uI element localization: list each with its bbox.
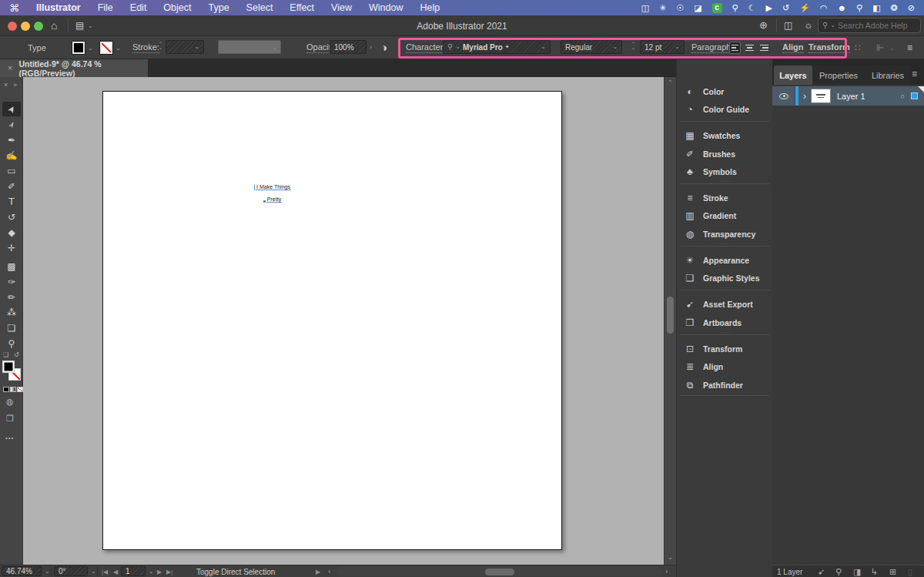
menu-edit[interactable]: Edit (130, 2, 147, 13)
dock-item-color[interactable]: ◐ Color (677, 82, 773, 100)
help-search-box[interactable]: ⚲ ⌄ (818, 18, 921, 33)
scale-tool[interactable]: ✛ (2, 240, 21, 255)
stroke-weight-stepper[interactable]: ⌃ ⌄ (159, 42, 162, 50)
screen-mode-icon[interactable]: ❐ (6, 414, 14, 423)
scroll-right-icon[interactable]: › (665, 568, 668, 575)
dock-item-swatches[interactable]: ▦ Swatches (677, 126, 773, 144)
new-layer-icon[interactable]: ⊞ (889, 567, 896, 577)
apple-menu-icon[interactable]: ⌘ (9, 2, 19, 14)
menu-object[interactable]: Object (163, 2, 191, 13)
menu-help[interactable]: Help (420, 2, 440, 13)
chevron-down-icon[interactable]: ⌄ (116, 45, 121, 52)
previous-artboard-button[interactable]: ◀ (113, 569, 118, 575)
arrange-documents-icon[interactable]: ◫ (784, 21, 792, 30)
first-artboard-button[interactable]: |◀ (102, 569, 108, 575)
chevron-down-icon[interactable]: ⌄ (88, 45, 93, 52)
chevron-down-icon[interactable]: ⌄ (194, 44, 199, 50)
artboard-tool[interactable]: ❏ (2, 320, 21, 335)
pen-tool[interactable]: ✒ (2, 133, 21, 147)
chevron-down-icon[interactable]: ⌄ (675, 44, 680, 50)
align-left-button[interactable] (729, 42, 741, 54)
layer-name[interactable]: Layer 1 (837, 92, 865, 101)
dock-item-asset-export[interactable]: ➹ Asset Export (677, 295, 773, 313)
panel-menu-icon[interactable]: ≡ (912, 69, 917, 79)
dock-item-pathfinder[interactable]: ⧉ Pathfinder (677, 376, 773, 394)
horizontal-scroll-thumb[interactable] (485, 569, 514, 575)
menu-window[interactable]: Window (369, 2, 403, 13)
dock-item-transform[interactable]: ⊡ Transform (677, 340, 773, 357)
dock-item-graphic-styles[interactable]: ❏ Graphic Styles (677, 269, 773, 287)
stepper-down-icon[interactable]: ⌄ (631, 46, 635, 50)
dock-item-stroke[interactable]: ≡ Stroke (677, 189, 773, 206)
dock-item-transparency[interactable]: ◍ Transparency (677, 225, 773, 243)
character-label[interactable]: Character: (406, 42, 445, 53)
tab-libraries[interactable]: Libraries (865, 65, 911, 85)
rotation-field[interactable]: 0° (54, 566, 88, 576)
opacity-field[interactable]: 100% (330, 40, 367, 54)
dock-item-color-guide[interactable]: ◔ Color Guide (677, 100, 773, 118)
dock-item-symbols[interactable]: ♣ Symbols (677, 163, 773, 180)
zoom-tool[interactable]: ⚲ (2, 336, 21, 351)
moon-icon[interactable]: ☾ (748, 4, 756, 12)
magnifier-icon[interactable]: ⚲ (732, 4, 738, 12)
paragraph-label[interactable]: Paragraph: (691, 42, 733, 53)
layer-row[interactable]: › Layer 1 ○ (772, 86, 924, 106)
horizontal-scrollbar[interactable] (337, 567, 662, 576)
dock-item-align[interactable]: ≣ Align (677, 357, 773, 375)
fill-well[interactable] (2, 361, 15, 373)
fill-color-swatch[interactable] (72, 41, 85, 55)
time-machine-icon[interactable]: ↺ (782, 4, 789, 12)
tab-properties[interactable]: Properties (812, 65, 865, 85)
menu-illustrator[interactable]: Illustrator (36, 2, 81, 13)
next-artboard-button[interactable]: ▶ (157, 569, 162, 575)
artboard-number-field[interactable]: 1 (121, 566, 146, 576)
chevron-down-icon[interactable]: ⌄ (91, 569, 96, 575)
chevron-down-icon[interactable]: ⌄ (612, 44, 618, 50)
curvature-tool[interactable]: ✍ (2, 148, 21, 163)
artboard-text-line2[interactable]: Pretty (211, 196, 334, 203)
font-style-field[interactable]: Regular ⌄ (561, 40, 622, 54)
rotate-tool[interactable]: ↺ (2, 210, 21, 224)
share-document-icon[interactable]: ⊕ (759, 20, 768, 30)
antivirus-icon[interactable]: c (712, 3, 722, 13)
badge-app-icon[interactable]: ☉ (676, 4, 684, 12)
drawing-mode-icon[interactable]: ◍ (6, 398, 14, 406)
edit-toolbar-icon[interactable]: ••• (5, 434, 14, 441)
spotlight-icon[interactable]: ⚲ (856, 4, 862, 12)
gradient-tool[interactable]: ▩ (2, 259, 21, 273)
recolor-artwork-icon[interactable]: ◑ (380, 42, 387, 53)
font-family-field[interactable]: ⚲ ⌄ Myriad Pro ✦ ⌄ (443, 40, 551, 54)
locate-object-icon[interactable]: ⚲ (835, 567, 842, 577)
menu-file[interactable]: File (98, 2, 113, 13)
clipping-mask-icon[interactable]: ◨ (853, 567, 861, 577)
chevron-right-icon[interactable]: › (370, 44, 372, 51)
status-expand-icon[interactable]: ▶ (316, 569, 320, 575)
chevron-down-icon[interactable]: ⌄ (889, 45, 895, 52)
zoom-level-field[interactable]: 46.74% (2, 566, 42, 576)
ideas-bulb-icon[interactable]: ☼ (804, 20, 813, 30)
font-size-stepper[interactable]: ⌃ ⌄ (631, 42, 635, 50)
document-tab[interactable]: × Untitled-9* @ 46.74 % (RGB/Preview) (0, 59, 148, 77)
battery-icon[interactable]: ⚡ (799, 4, 810, 12)
paintbrush-tool[interactable]: ✐ (2, 179, 21, 193)
gear-icon[interactable]: ✳ (659, 4, 666, 12)
stroke-color-swatch[interactable] (99, 41, 113, 55)
layer-thumbnail[interactable] (811, 89, 831, 103)
align-right-button[interactable] (758, 42, 770, 54)
stepper-down-icon[interactable]: ⌄ (159, 46, 162, 50)
dock-item-gradient[interactable]: ▥ Gradient (677, 206, 773, 224)
menu-select[interactable]: Select (246, 2, 273, 13)
vertical-scroll-thumb[interactable] (667, 297, 674, 334)
transform-panel-link[interactable]: Transform (808, 42, 850, 53)
user-circle-icon[interactable]: ☻ (838, 4, 847, 12)
selection-indicator[interactable] (911, 92, 918, 99)
align-panel-link[interactable]: Align (782, 42, 804, 53)
stroke-weight-label[interactable]: Stroke: (132, 42, 159, 53)
scroll-up-icon[interactable]: ⌃ (668, 80, 673, 86)
selection-tool[interactable]: ➤ (2, 102, 21, 116)
symbol-sprayer-tool[interactable]: ⁂ (2, 305, 21, 320)
canvas-pasteboard[interactable]: I Make Things Pretty (23, 77, 664, 565)
control-center-icon[interactable]: ◧ (872, 4, 880, 12)
collect-for-export-icon[interactable]: ➹ (818, 567, 825, 577)
eraser-tool[interactable]: ◆ (2, 225, 21, 240)
